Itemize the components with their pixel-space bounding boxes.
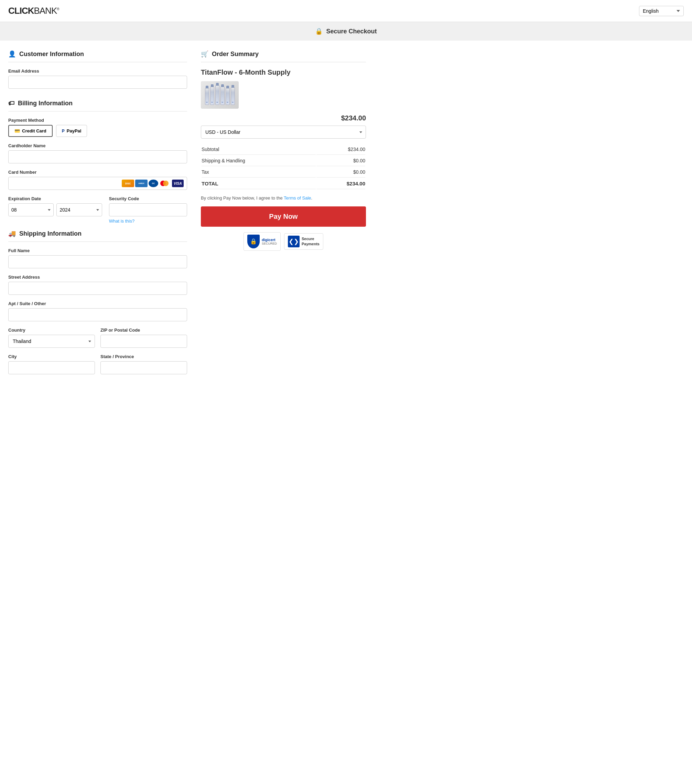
security-code-group: Security Code What is this?: [109, 196, 187, 224]
expiry-group: Expiration Date 01020304 05060708 091011…: [8, 196, 102, 224]
shipping-row: Shipping & Handling $0.00: [202, 155, 365, 166]
header: CLICKBANK® English Spanish French German: [0, 0, 692, 22]
card-number-group: Card Number DISC AMEX DC VISA: [8, 170, 187, 190]
expiry-security-row: Expiration Date 01020304 05060708 091011…: [8, 196, 187, 224]
lock-icon: 🔒: [315, 28, 322, 35]
bottle-5: TF: [226, 88, 230, 105]
expiry-year-select[interactable]: 202420252026 2027202820292030: [56, 203, 102, 216]
logo-light: BANK: [34, 5, 57, 16]
state-group: State / Province: [100, 354, 187, 374]
language-select[interactable]: English Spanish French German: [639, 6, 684, 16]
tag-icon: 🏷: [8, 100, 15, 107]
apt-input[interactable]: [8, 308, 187, 321]
bottle-2: TF: [210, 86, 214, 105]
digicert-secured-text: SECURED: [262, 242, 277, 245]
shipping-section: 🚚 Shipping Information Full Name Street …: [8, 230, 187, 374]
left-column: 👤 Customer Information Email Address 🏷 B…: [8, 50, 187, 380]
order-summary-title: Order Summary: [212, 51, 259, 58]
payment-method-group: Payment Method 💳 Credit Card P PayPal: [8, 118, 187, 137]
street-address-group: Street Address: [8, 275, 187, 295]
email-input[interactable]: [8, 76, 187, 89]
zip-input[interactable]: [100, 335, 187, 348]
expiry-selects: 01020304 05060708 09101112 202420252026 …: [8, 203, 102, 216]
expiry-month-select[interactable]: 01020304 05060708 09101112: [8, 203, 54, 216]
secure-payments-text: SecurePayments: [302, 236, 319, 246]
secure-checkout-banner: 🔒 Secure Checkout: [0, 22, 692, 41]
total-value: $234.00: [316, 178, 365, 189]
amex-icon: AMEX: [135, 180, 148, 187]
product-image: TF TF TF TF TF: [201, 81, 239, 109]
total-row: TOTAL $234.00: [202, 178, 365, 189]
country-label: Country: [8, 328, 95, 333]
card-brand-icons: DISC AMEX DC VISA: [122, 180, 184, 187]
customer-info-header: 👤 Customer Information: [8, 50, 187, 62]
billing-info-title: Billing Information: [18, 100, 72, 107]
state-input[interactable]: [100, 361, 187, 374]
payment-methods: 💳 Credit Card P PayPal: [8, 125, 187, 137]
secure-checkout-title: Secure Checkout: [326, 28, 376, 35]
expiry-label: Expiration Date: [8, 196, 102, 201]
credit-card-icon: 💳: [15, 128, 20, 133]
email-label: Email Address: [8, 68, 187, 74]
terms-text: By clicking Pay Now below, I agree to th…: [201, 195, 366, 202]
security-code-input[interactable]: [109, 203, 187, 216]
cardholder-input[interactable]: [8, 150, 187, 163]
discover-icon: DISC: [122, 180, 134, 187]
logo: CLICKBANK®: [8, 5, 59, 16]
secure-payments-shield-icon: ❮❯: [288, 236, 299, 247]
bottle-4: TF: [220, 86, 225, 105]
payment-method-label: Payment Method: [8, 118, 187, 123]
truck-icon: 🚚: [8, 230, 16, 237]
customer-info-title: Customer Information: [19, 51, 84, 58]
tax-row: Tax $0.00: [202, 167, 365, 178]
pay-now-button[interactable]: Pay Now: [201, 206, 366, 227]
digicert-badge: 🔒 digicert SECURED: [243, 232, 281, 251]
paypal-button[interactable]: P PayPal: [56, 125, 87, 137]
cardholder-label: Cardholder Name: [8, 143, 187, 148]
logo-bold: CLICK: [8, 5, 34, 16]
country-select[interactable]: Thailand United States United Kingdom Au…: [8, 335, 95, 348]
total-label: TOTAL: [202, 178, 316, 189]
tax-value: $0.00: [316, 167, 365, 178]
full-name-group: Full Name: [8, 248, 187, 268]
price-main: $234.00: [201, 114, 366, 122]
subtotal-label: Subtotal: [202, 144, 316, 155]
bottle-3: TF: [215, 85, 219, 105]
apt-label: Apt / Suite / Other: [8, 301, 187, 306]
shipping-value: $0.00: [316, 155, 365, 166]
city-state-row: City State / Province: [8, 354, 187, 374]
street-address-input[interactable]: [8, 282, 187, 295]
city-label: City: [8, 354, 95, 359]
full-name-input[interactable]: [8, 255, 187, 268]
paypal-label: PayPal: [67, 128, 82, 133]
currency-select[interactable]: USD - US Dollar EUR - Euro GBP - British…: [201, 125, 366, 138]
city-input[interactable]: [8, 361, 95, 374]
subtotal-value: $234.00: [316, 144, 365, 155]
street-address-label: Street Address: [8, 275, 187, 280]
security-code-label: Security Code: [109, 196, 187, 201]
visa-icon: VISA: [172, 180, 184, 187]
country-group: Country Thailand United States United Ki…: [8, 328, 95, 348]
digicert-text-block: digicert SECURED: [262, 238, 277, 245]
credit-card-button[interactable]: 💳 Credit Card: [8, 125, 53, 137]
main-layout: 👤 Customer Information Email Address 🏷 B…: [0, 43, 692, 387]
security-badges: 🔒 digicert SECURED ❮❯ SecurePayments: [201, 232, 366, 251]
person-icon: 👤: [8, 50, 16, 58]
email-group: Email Address: [8, 68, 187, 89]
country-zip-row: Country Thailand United States United Ki…: [8, 328, 187, 348]
order-summary-header: 🛒 Order Summary: [201, 50, 366, 62]
product-name: TitanFlow - 6-Month Supply: [201, 68, 366, 76]
what-is-this-link[interactable]: What is this?: [109, 219, 135, 224]
billing-info-header: 🏷 Billing Information: [8, 100, 187, 112]
terms-of-sale-link[interactable]: Terms of Sale: [284, 195, 311, 201]
order-totals-table: Subtotal $234.00 Shipping & Handling $0.…: [201, 143, 366, 190]
shipping-info-title: Shipping Information: [19, 230, 82, 237]
subtotal-row: Subtotal $234.00: [202, 144, 365, 155]
digicert-shield-icon: 🔒: [247, 235, 260, 249]
paypal-icon: P: [62, 128, 65, 133]
digicert-brand: digicert: [262, 238, 277, 242]
bottle-1: TF: [205, 88, 209, 105]
bottle-6: TF: [231, 87, 235, 105]
shipping-label: Shipping & Handling: [202, 155, 316, 166]
right-column: 🛒 Order Summary TitanFlow - 6-Month Supp…: [201, 50, 366, 251]
